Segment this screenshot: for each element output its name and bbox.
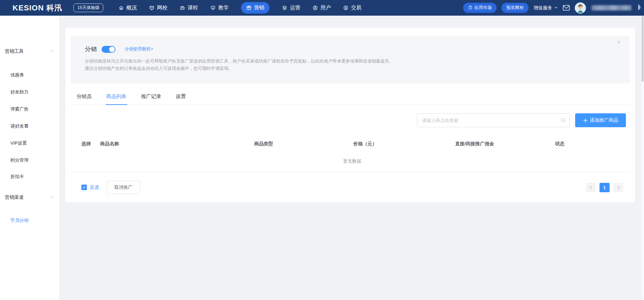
sidebar-group-label: 营销工具 [5, 48, 24, 55]
pagination-prev-icon[interactable] [586, 183, 596, 192]
sidebar-item-invite-friends[interactable]: 请好友看 [10, 123, 29, 129]
logo: KESION 科汛 [13, 3, 62, 13]
tab-bar: 分销员 商品列表 推广记录 设置 [71, 91, 629, 105]
column-header-product-name: 商品名称 [100, 141, 236, 147]
nav-item-overview[interactable]: 概况 [119, 5, 137, 11]
preview-school-label: 预览网校 [506, 5, 524, 11]
app-market-label: 应用市场 [474, 5, 492, 11]
toggle-knob [109, 47, 115, 52]
main-nav: 概况 网校 课程 教学 营销 运营 用户 交易 [119, 2, 361, 14]
nav-label: 概况 [126, 5, 137, 11]
pagination: 1 [586, 183, 623, 192]
column-header-commission: 直接/间接推广佣金 [439, 141, 510, 147]
main-area: 分销 分销使用教程> 分销功能是科汛云开店推出的一款可帮助商户拓宽推广渠道的应用… [59, 16, 644, 300]
banner-description-line1: 分销功能是科汛云开店推出的一款可帮助商户拓宽推广渠道的应用营销工具，商户在买家成… [85, 58, 615, 65]
column-header-status: 状态 [510, 141, 609, 147]
sidebar-item-discount-card[interactable]: 折扣卡 [10, 173, 24, 180]
table-footer: 反选 取消推广 1 [71, 172, 629, 202]
nav-item-school[interactable]: 网校 [149, 5, 167, 11]
nav-label: 运营 [290, 5, 300, 11]
invert-select-label[interactable]: 反选 [90, 184, 99, 190]
nav-item-operation[interactable]: 运营 [282, 5, 300, 11]
pagination-next-icon[interactable] [613, 183, 623, 192]
column-header-price: 价格（元） [291, 141, 439, 147]
nav-label: 营销 [254, 5, 264, 11]
nav-label: 教学 [218, 5, 228, 11]
nav-item-teaching[interactable]: 教学 [210, 5, 228, 11]
search-icon[interactable] [561, 117, 566, 123]
banner-title: 分销 [85, 45, 97, 53]
nav-item-course[interactable]: 课程 [180, 5, 198, 11]
distribution-banner: 分销 分销使用教程> 分销功能是科汛云开店推出的一款可帮助商户拓宽推广渠道的应用… [71, 36, 629, 83]
chevron-up-icon [50, 195, 54, 200]
trade-icon [343, 5, 348, 10]
sidebar-item-popup-ads[interactable]: 弹窗广告 [10, 106, 29, 112]
tutorial-link[interactable]: 分销使用教程> [124, 46, 153, 52]
scrollbar-thumb[interactable] [642, 16, 644, 82]
tab-distributors[interactable]: 分销员 [76, 91, 92, 105]
toolbar: 添加推广商品 [417, 113, 626, 127]
search-input[interactable] [417, 113, 570, 127]
account-name-blurred [591, 5, 631, 10]
chevron-up-icon [50, 49, 54, 54]
nav-item-user[interactable]: 用户 [313, 5, 331, 11]
close-icon[interactable] [617, 40, 621, 44]
sidebar-group-marketing-channels[interactable]: 营销渠道 [5, 194, 54, 201]
sidebar-group-label: 营销渠道 [5, 194, 24, 201]
layers-icon [282, 5, 287, 10]
preview-school-button[interactable]: 预览网校 [501, 3, 529, 13]
sidebar-item-points-management[interactable]: 积分管理 [10, 157, 29, 163]
banner-description-line2: 通过分销功能产生的订单收益会自动存入可提现余额中，您可随时申请提现。 [85, 65, 615, 72]
pagination-page-1[interactable]: 1 [599, 183, 610, 192]
home-icon [119, 5, 124, 10]
cancel-promotion-button[interactable]: 取消推广 [107, 181, 140, 194]
nav-label: 网校 [157, 5, 167, 11]
add-button-label: 添加推广商品 [590, 117, 618, 123]
sidebar-item-friend-boost[interactable]: 好友助力 [10, 89, 29, 95]
invert-select-checkbox[interactable] [81, 185, 87, 190]
sidebar-item-student-distribution[interactable]: 学员分销 [10, 217, 29, 224]
topbar-actions: 应用市场 预览网校 增值服务 [463, 2, 644, 14]
nav-label: 用户 [320, 5, 331, 11]
column-header-product-type: 商品类型 [236, 141, 291, 147]
teaching-icon [210, 5, 216, 10]
avatar[interactable] [575, 2, 586, 14]
shopping-bag-icon [468, 5, 473, 11]
tab-promotion-records[interactable]: 推广记录 [140, 91, 162, 105]
distribution-toggle[interactable] [102, 46, 115, 53]
add-promotion-product-button[interactable]: 添加推广商品 [575, 113, 626, 127]
chevron-down-icon [554, 5, 558, 10]
nav-label: 交易 [351, 5, 361, 11]
sidebar-group-marketing-tools[interactable]: 营销工具 [5, 48, 54, 55]
chevron-right-icon [638, 3, 641, 13]
gift-icon [246, 5, 251, 10]
search-box [417, 113, 570, 127]
nav-label: 课程 [187, 5, 198, 11]
value-added-services-menu[interactable]: 增值服务 [533, 5, 558, 11]
vertical-scrollbar [641, 16, 644, 300]
value-added-label: 增值服务 [533, 5, 552, 11]
tab-product-list[interactable]: 商品列表 [106, 91, 127, 105]
content-card: 分销 分销使用教程> 分销功能是科汛云开店推出的一款可帮助商户拓宽推广渠道的应用… [65, 28, 635, 202]
tab-settings[interactable]: 设置 [175, 91, 187, 105]
topbar: KESION 科汛 15天体验版 概况 网校 课程 教学 营销 运营 用户 [0, 0, 644, 16]
plus-icon [583, 118, 588, 123]
sidebar-item-coupon[interactable]: 优惠券 [10, 72, 24, 78]
user-icon [313, 5, 318, 10]
course-icon [180, 5, 185, 10]
nav-item-trade[interactable]: 交易 [343, 5, 361, 11]
empty-state-text: 暂无数据 [76, 151, 629, 172]
sidebar: 营销工具 优惠券 好友助力 弹窗广告 请好友看 VIP设置 积分管理 折扣卡 营… [0, 16, 59, 300]
app-market-button[interactable]: 应用市场 [463, 3, 497, 13]
trial-version-badge: 15天体验版 [73, 3, 103, 12]
school-icon [149, 5, 154, 10]
mail-icon[interactable] [563, 5, 570, 11]
sidebar-item-vip-settings[interactable]: VIP设置 [10, 140, 27, 146]
nav-item-marketing[interactable]: 营销 [241, 2, 269, 14]
column-header-select: 选择 [76, 141, 100, 147]
table-header-row: 选择 商品名称 商品类型 价格（元） 直接/间接推广佣金 状态 [76, 137, 629, 151]
